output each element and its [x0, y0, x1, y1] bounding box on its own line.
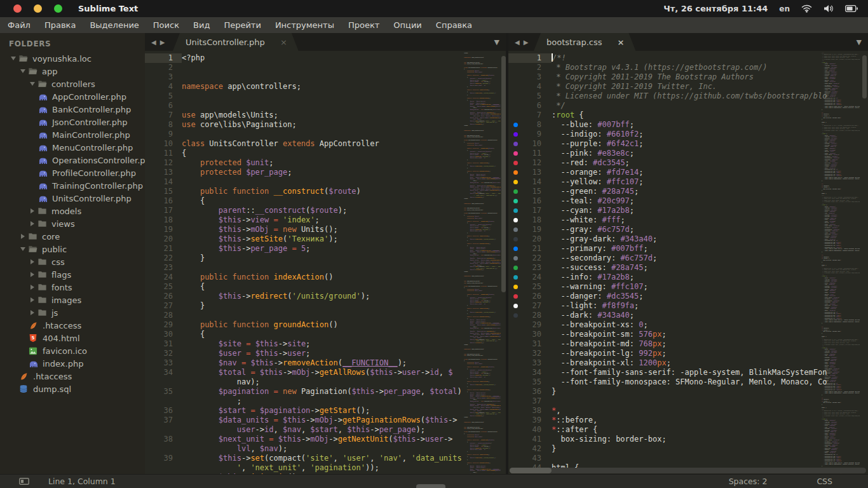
code-line: <?php	[464, 271, 468, 272]
tree-item-flags[interactable]: flags	[0, 268, 145, 281]
menu-item-7[interactable]: Инструменты	[268, 17, 341, 33]
indent-setting[interactable]: Spaces: 2	[729, 477, 768, 486]
code-line: *::before,	[552, 416, 868, 425]
tree-item-views[interactable]: views	[0, 217, 145, 230]
tree-item-css[interactable]: css	[0, 255, 145, 268]
menu-item-4[interactable]: Поиск	[146, 17, 186, 33]
tree-item-maincontroller-php[interactable]: MainController.php	[0, 128, 145, 141]
menu-item-3[interactable]: Выделение	[83, 17, 146, 33]
disclosure-arrow-icon[interactable]	[28, 310, 37, 315]
tab-overflow-icon[interactable]: ▼	[494, 33, 499, 51]
left-minimap[interactable]: <?phpnamespace app\controllers;use app\m…	[464, 51, 501, 474]
syntax-selector[interactable]: CSS	[817, 477, 832, 486]
tree-item-js[interactable]: js	[0, 306, 145, 319]
tab-forward-icon[interactable]: ▶	[524, 39, 529, 46]
disclosure-arrow-icon[interactable]	[28, 221, 37, 226]
disclosure-arrow-icon[interactable]	[28, 259, 37, 264]
disclosure-arrow-icon[interactable]	[28, 82, 37, 86]
tree-item-unitscontroller-php[interactable]: UnitsController.php	[0, 192, 145, 205]
maximize-window-button[interactable]	[54, 4, 62, 13]
tree-item-fonts[interactable]: fonts	[0, 281, 145, 294]
disclosure-arrow-icon[interactable]	[28, 297, 37, 302]
menu-item-8[interactable]: Проект	[341, 17, 386, 33]
tab-close-icon[interactable]: ×	[280, 37, 287, 47]
tree-item-operationscontroller-php[interactable]: OperationsController.php	[0, 154, 145, 166]
tab-forward-icon[interactable]: ▶	[160, 39, 165, 46]
tree-item-bankcontroller-php[interactable]: BankController.php	[0, 103, 145, 116]
tree-item-trainingcontroller-php[interactable]: TrainingController.php	[0, 179, 145, 192]
tree-item--htaccess[interactable]: .htaccess	[0, 370, 145, 383]
menu-item-9[interactable]: Опции	[386, 17, 428, 33]
tree-item-voynushka-loc[interactable]: voynushka.loc	[0, 52, 145, 65]
menu-item-1[interactable]: Файл	[1, 17, 37, 33]
wifi-icon[interactable]	[801, 4, 812, 13]
tree-item-core[interactable]: core	[0, 230, 145, 243]
disclosure-arrow-icon[interactable]	[28, 208, 37, 214]
close-window-button[interactable]	[13, 4, 22, 13]
dock-reveal-handle[interactable]	[416, 484, 445, 488]
code-line: }	[182, 301, 506, 311]
tab-back-icon[interactable]: ◀	[515, 39, 520, 46]
tab-back-icon[interactable]: ◀	[151, 39, 156, 46]
tree-item-label: ProfileController.php	[52, 168, 136, 178]
disclosure-arrow-icon[interactable]	[28, 285, 37, 290]
cursor-position[interactable]: Line 1, Column 1	[48, 477, 116, 486]
minimize-window-button[interactable]	[34, 4, 42, 13]
right-minimap[interactable]: /*! * Bootstrap v4.3.1 (https://getboots…	[822, 51, 860, 474]
code-line: --purple: #6f42c1;	[552, 139, 868, 149]
tree-item-label: AppController.php	[52, 92, 126, 102]
volume-icon[interactable]	[824, 4, 834, 13]
tree-item-menucontroller-php[interactable]: MenuController.php	[0, 141, 145, 154]
tree-item-label: dump.sql	[33, 384, 71, 394]
tree-item--htaccess[interactable]: .htaccess	[0, 319, 145, 332]
code-line: --blue: #007bff;	[552, 120, 868, 130]
tree-item-profilecontroller-php[interactable]: ProfileController.php	[0, 166, 145, 179]
tab-unitscontroller-php[interactable]: UnitsController.php ×	[173, 33, 299, 51]
code-line: <?php	[464, 344, 468, 345]
disclosure-arrow-icon[interactable]	[9, 57, 18, 60]
menu-item-5[interactable]: Вид	[186, 17, 217, 33]
right-vertical-scrollbar[interactable]	[862, 55, 867, 98]
tree-item-dump-sql[interactable]: dump.sql	[0, 383, 145, 395]
right-horizontal-scrollbar[interactable]	[510, 468, 866, 473]
php-icon	[37, 104, 48, 114]
tree-item-app[interactable]: app	[0, 65, 145, 78]
battery-icon[interactable]	[845, 5, 858, 12]
tree-item-jsoncontroller-php[interactable]: JsonController.php	[0, 116, 145, 128]
right-code[interactable]: 1/*!2 * Bootstrap v4.3.1 (https://getboo…	[508, 53, 868, 474]
tree-item-models[interactable]: models	[0, 205, 145, 217]
disclosure-arrow-icon[interactable]	[18, 247, 27, 251]
code-line: :root {	[552, 111, 868, 120]
tree-item-index-php[interactable]: index.php	[0, 357, 145, 370]
tree-item-controllers[interactable]: controllers	[0, 78, 145, 90]
code-line	[182, 101, 506, 111]
line-number: 19	[508, 225, 552, 234]
menu-item-6[interactable]: Перейти	[217, 17, 268, 33]
tab-close-icon[interactable]: ×	[618, 37, 625, 47]
right-editor[interactable]: 1/*!2 * Bootstrap v4.3.1 (https://getboo…	[508, 51, 868, 474]
code-line: $this->set(compact('site', 'user', 'nav'…	[182, 454, 506, 463]
tree-item-favicon-ico[interactable]: favicon.ico	[0, 344, 145, 357]
disclosure-arrow-icon[interactable]	[18, 234, 27, 239]
window-title: Sublime Text	[78, 4, 138, 13]
tab-overflow-icon[interactable]: ▼	[857, 33, 862, 51]
scrollbar-thumb[interactable]	[510, 468, 552, 473]
code-line: *,	[552, 406, 868, 416]
disclosure-arrow-icon[interactable]	[28, 272, 37, 277]
left-vertical-scrollbar[interactable]	[501, 56, 506, 292]
status-panel-icon[interactable]	[19, 478, 29, 485]
disclosure-arrow-icon[interactable]	[18, 69, 27, 73]
menu-item-10[interactable]: Справка	[429, 17, 479, 33]
keyboard-layout-indicator[interactable]: en	[779, 4, 790, 13]
tree-item-404-html[interactable]: 5404.html	[0, 332, 145, 344]
tab-bootstrap-css[interactable]: bootstrap.css ×	[534, 33, 635, 51]
php-icon	[37, 168, 48, 178]
tree-item-images[interactable]: images	[0, 294, 145, 306]
tree-item-appcontroller-php[interactable]: AppController.php	[0, 90, 145, 103]
left-code[interactable]: 1<?php234namespace app\controllers;567us…	[145, 53, 506, 474]
menu-item-2[interactable]: Правка	[37, 17, 83, 33]
left-editor[interactable]: 1<?php234namespace app\controllers;567us…	[145, 51, 506, 474]
tree-item-public[interactable]: public	[0, 243, 145, 255]
code-line: $start = $pagination->getStart();	[182, 406, 506, 416]
clock[interactable]: Чт, 26 сентября 11:44	[663, 4, 768, 13]
